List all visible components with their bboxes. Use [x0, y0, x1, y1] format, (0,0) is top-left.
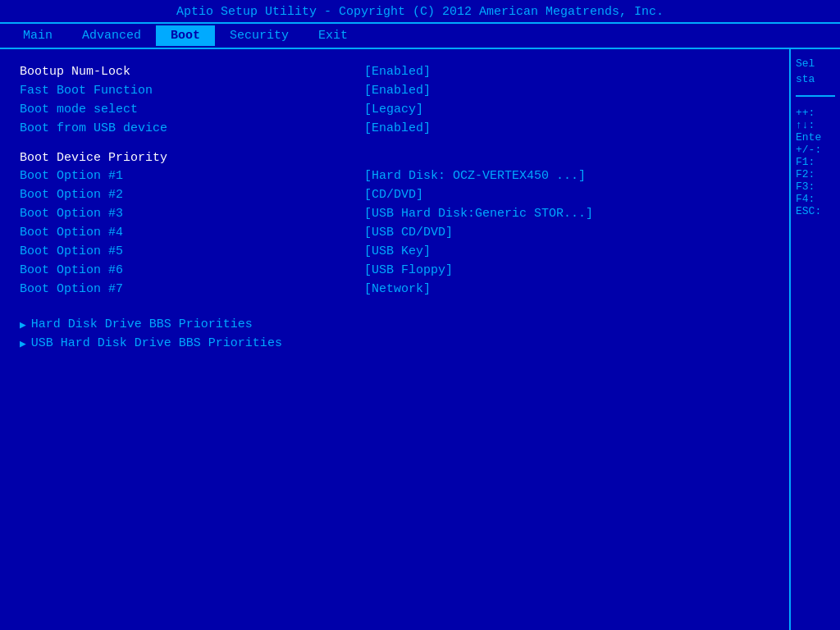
- sidebar-key: Ente: [796, 131, 835, 144]
- setting-label: Bootup Num-Lock: [20, 65, 364, 79]
- boot-option-row: Boot Option #5[USB Key]: [20, 242, 769, 261]
- sidebar-help-1: Sel: [796, 57, 835, 70]
- sidebar-key: ↑↓:: [796, 119, 835, 131]
- sidebar-key: F2:: [796, 168, 835, 180]
- sidebar-key: F1:: [796, 156, 835, 168]
- setting-value[interactable]: [Enabled]: [364, 121, 431, 135]
- boot-option-row: Boot Option #7[Network]: [20, 280, 769, 299]
- menu-item-security[interactable]: Security: [215, 25, 304, 46]
- boot-option-label: Boot Option #7: [20, 282, 364, 296]
- menu-item-main[interactable]: Main: [8, 25, 67, 46]
- setting-value[interactable]: [Enabled]: [364, 65, 431, 79]
- boot-option-value[interactable]: [USB CD/DVD]: [364, 226, 453, 240]
- menu-item-exit[interactable]: Exit: [304, 25, 363, 46]
- boot-option-value[interactable]: [Hard Disk: OCZ-VERTEX450 ...]: [364, 169, 586, 183]
- boot-option-value[interactable]: [USB Key]: [364, 244, 431, 258]
- menu-bar: MainAdvancedBootSecurityExit: [0, 24, 840, 49]
- boot-option-row: Boot Option #1[Hard Disk: OCZ-VERTEX450 …: [20, 167, 769, 185]
- sidebar-key: F3:: [796, 180, 835, 193]
- sidebar-divider: [796, 95, 835, 97]
- submenu-label: Hard Disk Drive BBS Priorities: [31, 317, 253, 331]
- setting-value[interactable]: [Enabled]: [364, 84, 431, 98]
- boot-option-label: Boot Option #5: [20, 244, 364, 258]
- setting-row: Boot from USB device[Enabled]: [20, 119, 769, 138]
- boot-option-value[interactable]: [Network]: [364, 282, 431, 296]
- title-text: Aptio Setup Utility - Copyright (C) 2012…: [176, 5, 664, 19]
- sidebar-key: F4:: [796, 193, 835, 205]
- submenu-label: USB Hard Disk Drive BBS Priorities: [31, 336, 282, 350]
- sidebar-key: +/-:: [796, 144, 835, 156]
- sidebar-keys: ++:↑↓:Ente+/-:F1:F2:F3:F4:ESC:: [796, 107, 835, 217]
- boot-option-value[interactable]: [CD/DVD]: [364, 188, 423, 202]
- setting-label: Fast Boot Function: [20, 84, 364, 98]
- setting-value[interactable]: [Legacy]: [364, 103, 423, 116]
- boot-option-row: Boot Option #3[USB Hard Disk:Generic STO…: [20, 204, 769, 223]
- submenus-container: ▶Hard Disk Drive BBS Priorities▶USB Hard…: [20, 315, 769, 353]
- boot-device-section: Boot Device Priority Boot Option #1[Hard…: [20, 146, 769, 299]
- content-panel: Bootup Num-Lock[Enabled]Fast Boot Functi…: [0, 49, 791, 630]
- basic-settings: Bootup Num-Lock[Enabled]Fast Boot Functi…: [20, 62, 769, 138]
- boot-option-label: Boot Option #6: [20, 263, 364, 277]
- setting-label: Boot from USB device: [20, 121, 364, 135]
- submenu-item[interactable]: ▶USB Hard Disk Drive BBS Priorities: [20, 334, 769, 353]
- boot-option-value[interactable]: [USB Hard Disk:Generic STOR...]: [364, 207, 593, 221]
- boot-option-label: Boot Option #2: [20, 188, 364, 202]
- boot-option-row: Boot Option #4[USB CD/DVD]: [20, 223, 769, 242]
- submenu-arrow-icon: ▶: [20, 337, 26, 350]
- boot-option-label: Boot Option #4: [20, 226, 364, 240]
- sidebar-help-2: sta: [796, 73, 835, 85]
- setting-label: Boot mode select: [20, 103, 364, 116]
- boot-options: Boot Option #1[Hard Disk: OCZ-VERTEX450 …: [20, 167, 769, 299]
- setting-row: Boot mode select[Legacy]: [20, 100, 769, 119]
- boot-option-label: Boot Option #1: [20, 169, 364, 183]
- setting-row: Fast Boot Function[Enabled]: [20, 81, 769, 100]
- submenu-item[interactable]: ▶Hard Disk Drive BBS Priorities: [20, 315, 769, 334]
- submenu-arrow-icon: ▶: [20, 318, 26, 331]
- sidebar-key: ESC:: [796, 205, 835, 217]
- right-sidebar: Sel sta ++:↑↓:Ente+/-:F1:F2:F3:F4:ESC:: [791, 49, 840, 630]
- menu-item-advanced[interactable]: Advanced: [67, 25, 156, 46]
- boot-option-value[interactable]: [USB Floppy]: [364, 263, 453, 277]
- boot-option-row: Boot Option #6[USB Floppy]: [20, 261, 769, 280]
- boot-device-title: Boot Device Priority: [20, 146, 769, 167]
- bios-app: Aptio Setup Utility - Copyright (C) 2012…: [0, 0, 840, 630]
- boot-option-row: Boot Option #2[CD/DVD]: [20, 185, 769, 204]
- setting-row: Bootup Num-Lock[Enabled]: [20, 62, 769, 81]
- boot-option-label: Boot Option #3: [20, 207, 364, 221]
- main-area: Bootup Num-Lock[Enabled]Fast Boot Functi…: [0, 49, 840, 630]
- title-bar: Aptio Setup Utility - Copyright (C) 2012…: [0, 0, 840, 24]
- sidebar-key: ++:: [796, 107, 835, 119]
- menu-item-boot[interactable]: Boot: [156, 25, 215, 46]
